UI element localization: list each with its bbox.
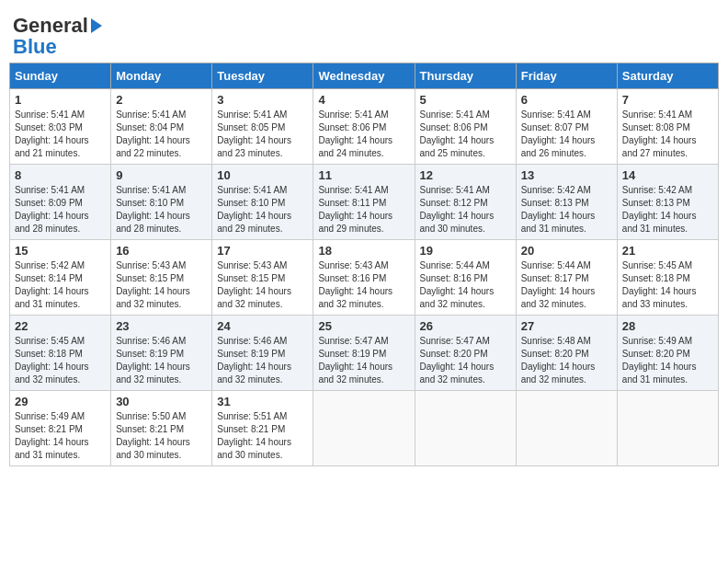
daylight: Daylight: 14 hours and 29 minutes. bbox=[318, 210, 409, 236]
sunset: Sunset: 8:19 PM bbox=[318, 348, 409, 361]
sunrise: Sunrise: 5:42 AM bbox=[622, 184, 713, 197]
day-number: 14 bbox=[622, 168, 713, 182]
sunrise: Sunrise: 5:41 AM bbox=[116, 109, 207, 121]
daylight: Daylight: 14 hours and 24 minutes. bbox=[318, 134, 409, 160]
sunrise: Sunrise: 5:51 AM bbox=[217, 410, 308, 423]
calendar-cell: 8 Sunrise: 5:41 AM Sunset: 8:09 PM Dayli… bbox=[10, 165, 111, 240]
sunrise: Sunrise: 5:42 AM bbox=[521, 184, 612, 197]
logo: General Blue bbox=[13, 9, 103, 59]
calendar-cell: 23 Sunrise: 5:46 AM Sunset: 8:19 PM Dayl… bbox=[111, 316, 212, 391]
day-number: 3 bbox=[217, 93, 308, 107]
calendar-cell: 15 Sunrise: 5:42 AM Sunset: 8:14 PM Dayl… bbox=[10, 240, 111, 316]
daylight: Daylight: 14 hours and 31 minutes. bbox=[15, 436, 106, 462]
day-number: 10 bbox=[217, 168, 308, 182]
sunrise: Sunrise: 5:43 AM bbox=[318, 259, 409, 272]
day-number: 19 bbox=[420, 244, 511, 258]
day-number: 29 bbox=[15, 395, 106, 408]
daylight: Daylight: 14 hours and 32 minutes. bbox=[420, 361, 511, 386]
calendar-cell: 3 Sunrise: 5:41 AM Sunset: 8:05 PM Dayli… bbox=[212, 89, 313, 165]
day-header-saturday: Saturday bbox=[617, 63, 718, 89]
sunset: Sunset: 8:20 PM bbox=[622, 348, 713, 361]
sunset: Sunset: 8:07 PM bbox=[521, 121, 612, 134]
day-info: Sunrise: 5:41 AM Sunset: 8:07 PM Dayligh… bbox=[521, 109, 612, 160]
calendar-cell: 24 Sunrise: 5:46 AM Sunset: 8:19 PM Dayl… bbox=[212, 316, 313, 391]
day-number: 15 bbox=[15, 244, 106, 258]
day-header-tuesday: Tuesday bbox=[212, 63, 313, 89]
daylight: Daylight: 14 hours and 26 minutes. bbox=[521, 134, 612, 160]
day-info: Sunrise: 5:50 AM Sunset: 8:21 PM Dayligh… bbox=[116, 410, 207, 462]
calendar-cell: 1 Sunrise: 5:41 AM Sunset: 8:03 PM Dayli… bbox=[10, 89, 111, 165]
calendar-cell: 25 Sunrise: 5:47 AM Sunset: 8:19 PM Dayl… bbox=[313, 316, 415, 391]
daylight: Daylight: 14 hours and 31 minutes. bbox=[521, 210, 612, 236]
calendar-cell: 10 Sunrise: 5:41 AM Sunset: 8:10 PM Dayl… bbox=[212, 165, 313, 240]
daylight: Daylight: 14 hours and 32 minutes. bbox=[15, 361, 106, 386]
day-number: 6 bbox=[521, 93, 612, 107]
day-info: Sunrise: 5:47 AM Sunset: 8:19 PM Dayligh… bbox=[318, 335, 409, 386]
sunrise: Sunrise: 5:41 AM bbox=[15, 109, 106, 121]
calendar-cell bbox=[617, 391, 718, 466]
day-info: Sunrise: 5:43 AM Sunset: 8:15 PM Dayligh… bbox=[217, 259, 308, 311]
day-number: 26 bbox=[420, 319, 511, 333]
daylight: Daylight: 14 hours and 30 minutes. bbox=[420, 210, 511, 236]
day-number: 31 bbox=[217, 395, 308, 408]
sunset: Sunset: 8:11 PM bbox=[318, 197, 409, 210]
sunset: Sunset: 8:13 PM bbox=[622, 197, 713, 210]
calendar-cell: 21 Sunrise: 5:45 AM Sunset: 8:18 PM Dayl… bbox=[617, 240, 718, 316]
sunrise: Sunrise: 5:50 AM bbox=[116, 410, 207, 423]
daylight: Daylight: 14 hours and 32 minutes. bbox=[217, 285, 308, 311]
daylight: Daylight: 14 hours and 32 minutes. bbox=[420, 285, 511, 311]
sunset: Sunset: 8:06 PM bbox=[420, 121, 511, 134]
day-info: Sunrise: 5:41 AM Sunset: 8:09 PM Dayligh… bbox=[15, 184, 106, 236]
sunrise: Sunrise: 5:41 AM bbox=[116, 184, 207, 197]
sunrise: Sunrise: 5:41 AM bbox=[217, 184, 308, 197]
day-info: Sunrise: 5:45 AM Sunset: 8:18 PM Dayligh… bbox=[15, 335, 106, 386]
day-info: Sunrise: 5:42 AM Sunset: 8:14 PM Dayligh… bbox=[15, 259, 106, 311]
sunset: Sunset: 8:15 PM bbox=[217, 272, 308, 285]
sunset: Sunset: 8:15 PM bbox=[116, 272, 207, 285]
day-info: Sunrise: 5:41 AM Sunset: 8:10 PM Dayligh… bbox=[217, 184, 308, 236]
daylight: Daylight: 14 hours and 25 minutes. bbox=[420, 134, 511, 160]
sunset: Sunset: 8:21 PM bbox=[116, 423, 207, 436]
sunset: Sunset: 8:19 PM bbox=[217, 348, 308, 361]
daylight: Daylight: 14 hours and 28 minutes. bbox=[15, 210, 106, 236]
day-info: Sunrise: 5:43 AM Sunset: 8:16 PM Dayligh… bbox=[318, 259, 409, 311]
day-number: 16 bbox=[116, 244, 207, 258]
daylight: Daylight: 14 hours and 21 minutes. bbox=[15, 134, 106, 160]
daylight: Daylight: 14 hours and 30 minutes. bbox=[116, 436, 207, 462]
daylight: Daylight: 14 hours and 23 minutes. bbox=[217, 134, 308, 160]
page-header: General Blue bbox=[9, 9, 719, 59]
sunset: Sunset: 8:21 PM bbox=[15, 423, 106, 436]
calendar-cell: 18 Sunrise: 5:43 AM Sunset: 8:16 PM Dayl… bbox=[313, 240, 415, 316]
day-number: 17 bbox=[217, 244, 308, 258]
calendar-table: SundayMondayTuesdayWednesdayThursdayFrid… bbox=[9, 63, 719, 466]
calendar-week-5: 29 Sunrise: 5:49 AM Sunset: 8:21 PM Dayl… bbox=[10, 391, 719, 466]
day-info: Sunrise: 5:51 AM Sunset: 8:21 PM Dayligh… bbox=[217, 410, 308, 462]
sunrise: Sunrise: 5:41 AM bbox=[420, 184, 511, 197]
daylight: Daylight: 14 hours and 33 minutes. bbox=[622, 285, 713, 311]
sunset: Sunset: 8:12 PM bbox=[420, 197, 511, 210]
daylight: Daylight: 14 hours and 31 minutes. bbox=[622, 361, 713, 386]
sunrise: Sunrise: 5:41 AM bbox=[521, 109, 612, 121]
sunrise: Sunrise: 5:44 AM bbox=[420, 259, 511, 272]
calendar-week-1: 1 Sunrise: 5:41 AM Sunset: 8:03 PM Dayli… bbox=[10, 89, 719, 165]
day-info: Sunrise: 5:41 AM Sunset: 8:10 PM Dayligh… bbox=[116, 184, 207, 236]
day-header-monday: Monday bbox=[111, 63, 212, 89]
calendar-week-4: 22 Sunrise: 5:45 AM Sunset: 8:18 PM Dayl… bbox=[10, 316, 719, 391]
day-info: Sunrise: 5:49 AM Sunset: 8:20 PM Dayligh… bbox=[622, 335, 713, 386]
calendar-cell: 31 Sunrise: 5:51 AM Sunset: 8:21 PM Dayl… bbox=[212, 391, 313, 466]
sunset: Sunset: 8:20 PM bbox=[521, 348, 612, 361]
sunrise: Sunrise: 5:42 AM bbox=[15, 259, 106, 272]
sunset: Sunset: 8:16 PM bbox=[420, 272, 511, 285]
day-number: 24 bbox=[217, 319, 308, 333]
day-number: 7 bbox=[622, 93, 713, 107]
day-info: Sunrise: 5:41 AM Sunset: 8:06 PM Dayligh… bbox=[420, 109, 511, 160]
sunrise: Sunrise: 5:41 AM bbox=[420, 109, 511, 121]
day-info: Sunrise: 5:45 AM Sunset: 8:18 PM Dayligh… bbox=[622, 259, 713, 311]
sunrise: Sunrise: 5:47 AM bbox=[420, 335, 511, 348]
calendar-cell: 29 Sunrise: 5:49 AM Sunset: 8:21 PM Dayl… bbox=[10, 391, 111, 466]
sunset: Sunset: 8:05 PM bbox=[217, 121, 308, 134]
calendar-cell: 30 Sunrise: 5:50 AM Sunset: 8:21 PM Dayl… bbox=[111, 391, 212, 466]
day-number: 30 bbox=[116, 395, 207, 408]
calendar-cell: 19 Sunrise: 5:44 AM Sunset: 8:16 PM Dayl… bbox=[415, 240, 516, 316]
day-number: 22 bbox=[15, 319, 106, 333]
